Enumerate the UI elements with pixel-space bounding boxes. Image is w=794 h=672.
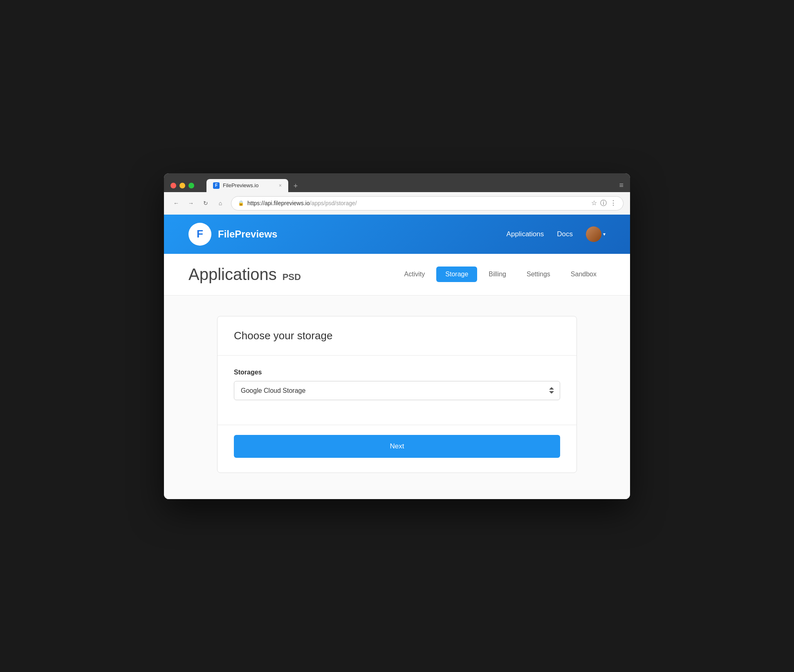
menu-icon[interactable]: ⋮ xyxy=(610,199,617,208)
logo-circle: F xyxy=(188,223,211,246)
app-name: FilePreviews xyxy=(218,228,277,240)
tab-title: FilePreviews.io xyxy=(223,182,276,188)
nav-docs-link[interactable]: Docs xyxy=(557,230,573,238)
reload-button[interactable]: ↻ xyxy=(200,197,211,209)
lock-icon: 🔒 xyxy=(238,200,244,206)
tab-sandbox[interactable]: Sandbox xyxy=(562,267,606,282)
nav-buttons: ← → ↻ ⌂ xyxy=(170,197,226,209)
page-title: Applications xyxy=(188,265,277,284)
bookmark-icon[interactable]: ☆ xyxy=(591,199,597,208)
toolbar-icon: ≡ xyxy=(619,181,624,190)
tab-activity[interactable]: Activity xyxy=(395,267,434,282)
page-tabs: Activity Storage Billing Settings Sandbo… xyxy=(395,267,606,282)
app-header: F FilePreviews Applications Docs ▾ xyxy=(164,215,630,254)
browser-chrome: F FilePreviews.io × + ≡ ← → ↻ ⌂ 🔒 xyxy=(164,173,630,215)
tab-favicon: F xyxy=(213,182,220,189)
user-avatar xyxy=(586,226,601,242)
storages-form-group: Storages Google Cloud Storage Amazon S3 … xyxy=(234,369,560,400)
logo-letter: F xyxy=(197,228,203,240)
close-button[interactable] xyxy=(170,183,176,188)
avatar-image xyxy=(586,226,601,242)
active-tab[interactable]: F FilePreviews.io × xyxy=(206,179,288,192)
storage-card: Choose your storage Storages Google Clou… xyxy=(217,316,577,473)
toolbar-icons: ≡ xyxy=(619,181,624,190)
browser-controls: ← → ↻ ⌂ 🔒 https://api.filepreviews.io/ap… xyxy=(164,192,630,215)
card-footer: Next xyxy=(218,425,576,473)
tab-storage[interactable]: Storage xyxy=(436,267,477,282)
address-bar[interactable]: 🔒 https://api.filepreviews.io/apps/psd/s… xyxy=(231,196,624,211)
url-path: /apps/psd/storage/ xyxy=(310,200,357,206)
home-button[interactable]: ⌂ xyxy=(215,197,226,209)
content-area: Choose your storage Storages Google Clou… xyxy=(164,296,630,493)
page-header: Applications PSD Activity Storage Billin… xyxy=(164,254,630,296)
address-actions: ☆ ⓘ ⋮ xyxy=(591,199,617,208)
new-tab-button[interactable]: + xyxy=(288,181,303,192)
card-body: Storages Google Cloud Storage Amazon S3 … xyxy=(218,356,576,425)
forward-button[interactable]: → xyxy=(185,197,197,209)
chevron-down-icon: ▾ xyxy=(603,231,606,237)
page-subtitle: PSD xyxy=(283,272,301,282)
storages-label: Storages xyxy=(234,369,560,376)
info-icon[interactable]: ⓘ xyxy=(600,199,607,208)
page-title-area: Applications PSD xyxy=(188,265,301,284)
tab-bar: F FilePreviews.io × + xyxy=(206,179,615,192)
back-button[interactable]: ← xyxy=(170,197,182,209)
maximize-button[interactable] xyxy=(188,183,194,188)
tab-billing[interactable]: Billing xyxy=(480,267,515,282)
browser-window: F FilePreviews.io × + ≡ ← → ↻ ⌂ 🔒 xyxy=(164,173,630,499)
traffic-lights xyxy=(170,183,194,188)
url-text: https://api.filepreviews.io/apps/psd/sto… xyxy=(247,200,588,206)
url-base: https://api.filepreviews.io xyxy=(247,200,310,206)
minimize-button[interactable] xyxy=(179,183,185,188)
main-content: Applications PSD Activity Storage Billin… xyxy=(164,254,630,499)
card-header: Choose your storage xyxy=(218,316,576,356)
next-button[interactable]: Next xyxy=(234,435,560,458)
tab-settings[interactable]: Settings xyxy=(518,267,559,282)
logo-area: F FilePreviews xyxy=(188,223,277,246)
user-menu-button[interactable]: ▾ xyxy=(586,226,606,242)
nav-applications-link[interactable]: Applications xyxy=(507,230,544,238)
tab-close-icon[interactable]: × xyxy=(279,183,282,188)
storages-select[interactable]: Google Cloud Storage Amazon S3 Azure Blo… xyxy=(234,381,560,400)
card-title: Choose your storage xyxy=(234,329,560,342)
header-nav: Applications Docs ▾ xyxy=(507,226,606,242)
